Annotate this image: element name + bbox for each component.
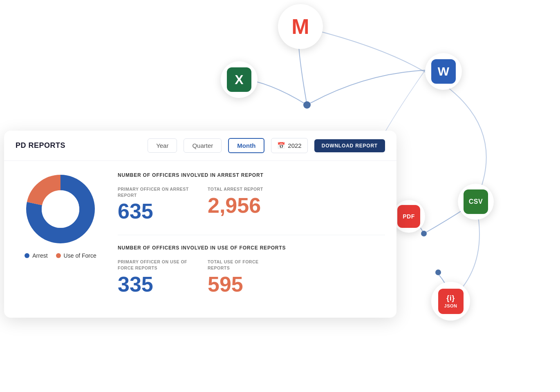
legend-force: Use of Force xyxy=(56,252,96,259)
tab-year[interactable]: Year xyxy=(148,138,177,153)
svg-point-2 xyxy=(42,190,79,228)
dashboard-card: PD REPORTS Year Quarter Month 📅 2022 DOW… xyxy=(4,131,396,318)
force-total-stat: TOTAL USE OF FORCE REPORTS 595 xyxy=(208,259,281,294)
force-stats-row: PRIMARY OFFICER ON USE OF FORCE REPORTS … xyxy=(118,259,385,294)
connector-dot-2 xyxy=(421,231,427,236)
json-icon: {i} JSON xyxy=(431,282,470,321)
download-report-button[interactable]: DOWNLOAD REPORT xyxy=(314,139,385,152)
pdf-icon: PDF xyxy=(392,200,425,233)
connector-dot-3 xyxy=(435,270,441,275)
legend-arrest: Arrest xyxy=(25,252,47,259)
donut-chart xyxy=(24,172,97,246)
chart-area: Arrest Use of Force xyxy=(16,172,105,308)
year-label: 2022 xyxy=(288,142,301,149)
calendar-icon: 📅 xyxy=(277,142,285,149)
stats-area: NUMBER OF OFFICERS INVOLVED IN ARREST RE… xyxy=(118,172,385,308)
scene: M X W PDF CSV {i} JSON PD REPORTS Year Q… xyxy=(0,0,560,392)
force-primary-stat: PRIMARY OFFICER ON USE OF FORCE REPORTS … xyxy=(118,259,191,294)
gmail-icon: M xyxy=(278,4,323,49)
card-header: PD REPORTS Year Quarter Month 📅 2022 DOW… xyxy=(4,131,396,161)
arrest-total-label: TOTAL ARREST REPORT xyxy=(208,186,263,192)
word-icon: W xyxy=(425,53,462,90)
card-body: Arrest Use of Force NUMBER OF OFFICERS I… xyxy=(4,161,396,318)
section-divider xyxy=(118,235,385,235)
arrest-total-value: 2,956 xyxy=(208,195,263,216)
force-section-title: NUMBER OF OFFICERS INVOLVED IN USE OF FO… xyxy=(118,245,385,251)
arrest-primary-stat: PRIMARY OFFICER ON ARREST REPORT 635 xyxy=(118,186,191,222)
tab-quarter[interactable]: Quarter xyxy=(184,138,222,153)
arrest-primary-value: 635 xyxy=(118,200,191,222)
chart-legend: Arrest Use of Force xyxy=(25,252,96,259)
card-title: PD REPORTS xyxy=(16,141,65,150)
arrest-total-stat: TOTAL ARREST REPORT 2,956 xyxy=(208,186,263,222)
arrest-legend-label: Arrest xyxy=(32,252,47,259)
tab-month[interactable]: Month xyxy=(228,138,264,153)
arrest-stats-row: PRIMARY OFFICER ON ARREST REPORT 635 TOT… xyxy=(118,186,385,222)
csv-icon: CSV xyxy=(458,184,494,220)
force-legend-label: Use of Force xyxy=(64,252,96,259)
date-selector[interactable]: 📅 2022 xyxy=(271,138,307,153)
force-dot xyxy=(56,253,61,258)
force-primary-value: 335 xyxy=(118,274,191,295)
arrest-section-title: NUMBER OF OFFICERS INVOLVED IN ARREST RE… xyxy=(118,172,385,178)
excel-icon: X xyxy=(221,61,258,98)
arrest-dot xyxy=(25,253,29,258)
force-total-value: 595 xyxy=(208,274,281,295)
connector-dot-1 xyxy=(303,101,311,109)
force-primary-label: PRIMARY OFFICER ON USE OF FORCE REPORTS xyxy=(118,259,191,271)
force-total-label: TOTAL USE OF FORCE REPORTS xyxy=(208,259,281,271)
arrest-primary-label: PRIMARY OFFICER ON ARREST REPORT xyxy=(118,186,191,198)
